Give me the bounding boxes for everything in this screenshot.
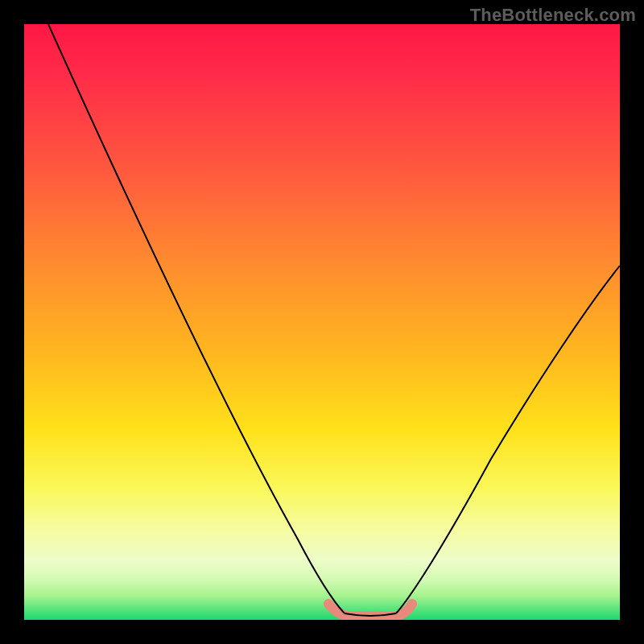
plot-area xyxy=(24,24,620,620)
left-curve xyxy=(48,24,345,613)
curve-layer xyxy=(24,24,620,620)
right-curve xyxy=(396,266,620,613)
chart-frame: TheBottleneck.com xyxy=(0,0,644,644)
watermark-text: TheBottleneck.com xyxy=(470,5,636,26)
